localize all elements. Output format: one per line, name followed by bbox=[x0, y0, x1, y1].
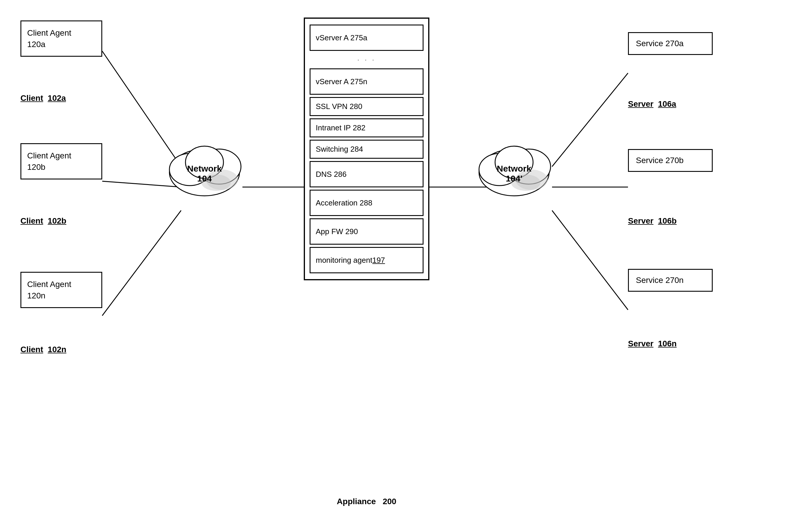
client-b-label: Client 102b bbox=[20, 216, 66, 226]
module-dns: DNS 286 bbox=[310, 161, 423, 187]
module-acceleration: Acceleration 288 bbox=[310, 190, 423, 216]
client-n-agent-num: 120n bbox=[27, 290, 96, 301]
module-intranet-ip: Intranet IP 282 bbox=[310, 118, 423, 137]
monitoring-text: monitoring agent bbox=[316, 256, 372, 265]
client-n-box: Client Agent 120n bbox=[20, 272, 102, 308]
client-b-agent-num: 120b bbox=[27, 161, 96, 173]
svg-line-7 bbox=[552, 210, 628, 310]
client-a-ref: 102a bbox=[48, 94, 66, 103]
diagram: Client Agent 120a Client 102a Client Age… bbox=[0, 0, 812, 522]
client-n-ref: 102n bbox=[48, 345, 66, 354]
server-b-ref: 106b bbox=[658, 216, 677, 225]
monitoring-ref: 197 bbox=[372, 256, 385, 265]
server-a-label: Server 106a bbox=[628, 99, 676, 109]
module-vserver-dots: · · · bbox=[305, 53, 428, 66]
svg-line-5 bbox=[552, 73, 628, 166]
client-a-label: Client 102a bbox=[20, 94, 66, 103]
client-n-label: Client 102n bbox=[20, 345, 66, 354]
client-n-agent-label: Client Agent bbox=[27, 279, 96, 290]
client-a-box: Client Agent 120a bbox=[20, 20, 102, 57]
server-n-box: Service 270n bbox=[628, 269, 713, 292]
module-vserver-n: vServer A 275n bbox=[310, 68, 423, 95]
server-b-service: Service 270b bbox=[636, 156, 705, 165]
server-n-service: Service 270n bbox=[636, 276, 705, 285]
module-ssl-vpn: SSL VPN 280 bbox=[310, 97, 423, 116]
module-switching: Switching 284 bbox=[310, 140, 423, 159]
client-b-ref: 102b bbox=[48, 216, 66, 225]
appliance-label: Appliance 200 bbox=[304, 497, 429, 506]
client-b-agent-label: Client Agent bbox=[27, 150, 96, 161]
module-vserver-a: vServer A 275a bbox=[310, 24, 423, 51]
client-a-agent-num: 120a bbox=[27, 39, 96, 50]
svg-line-2 bbox=[102, 210, 181, 316]
module-app-fw: App FW 290 bbox=[310, 218, 423, 245]
client-b-box: Client Agent 120b bbox=[20, 143, 102, 179]
network-left-label: Network 104 bbox=[172, 164, 236, 184]
module-monitoring: monitoring agent197 bbox=[310, 247, 423, 273]
server-b-label: Server 106b bbox=[628, 216, 677, 226]
server-a-service: Service 270a bbox=[636, 39, 705, 48]
network-right-label: Network 104' bbox=[482, 164, 546, 184]
server-a-box: Service 270a bbox=[628, 32, 713, 55]
client-a-agent-label: Client Agent bbox=[27, 27, 96, 39]
server-a-ref: 106a bbox=[658, 99, 676, 108]
server-b-box: Service 270b bbox=[628, 149, 713, 172]
appliance-box: vServer A 275a · · · vServer A 275n SSL … bbox=[304, 18, 429, 280]
server-n-label: Server 106n bbox=[628, 339, 677, 348]
server-n-ref: 106n bbox=[658, 339, 677, 348]
